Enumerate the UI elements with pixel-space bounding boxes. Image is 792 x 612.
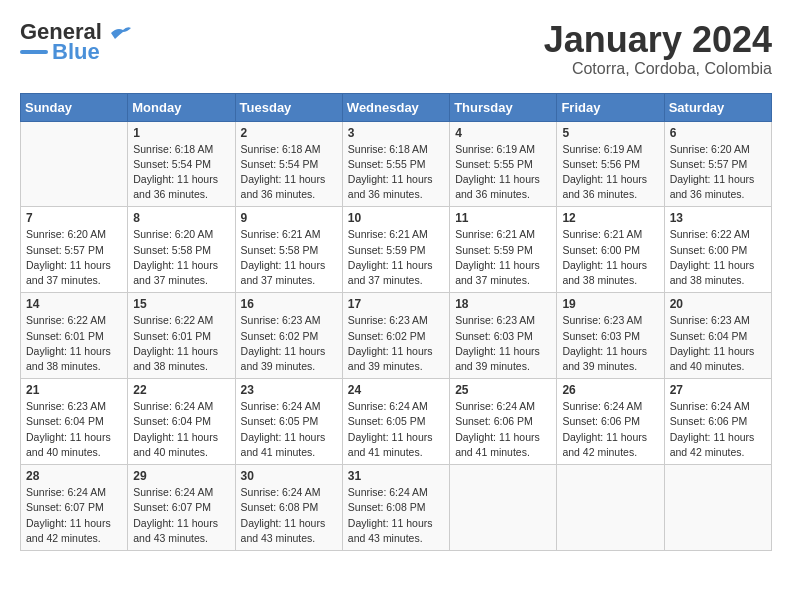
logo: General Blue [20,20,131,64]
day-number: 12 [562,211,658,225]
day-number: 31 [348,469,444,483]
day-info: Sunrise: 6:23 AMSunset: 6:03 PMDaylight:… [562,313,658,374]
calendar-cell: 29Sunrise: 6:24 AMSunset: 6:07 PMDayligh… [128,465,235,551]
logo-blue-text: Blue [52,40,100,64]
day-info: Sunrise: 6:21 AMSunset: 5:59 PMDaylight:… [455,227,551,288]
day-info: Sunrise: 6:24 AMSunset: 6:06 PMDaylight:… [455,399,551,460]
day-info: Sunrise: 6:21 AMSunset: 6:00 PMDaylight:… [562,227,658,288]
calendar-header-row: SundayMondayTuesdayWednesdayThursdayFrid… [21,93,772,121]
calendar-cell: 21Sunrise: 6:23 AMSunset: 6:04 PMDayligh… [21,379,128,465]
location-title: Cotorra, Cordoba, Colombia [544,60,772,78]
calendar-cell: 4Sunrise: 6:19 AMSunset: 5:55 PMDaylight… [450,121,557,207]
calendar-cell: 6Sunrise: 6:20 AMSunset: 5:57 PMDaylight… [664,121,771,207]
calendar-table: SundayMondayTuesdayWednesdayThursdayFrid… [20,93,772,551]
day-number: 16 [241,297,337,311]
header: General Blue January 2024 Cotorra, Cordo… [20,20,772,78]
day-info: Sunrise: 6:20 AMSunset: 5:58 PMDaylight:… [133,227,229,288]
calendar-cell: 31Sunrise: 6:24 AMSunset: 6:08 PMDayligh… [342,465,449,551]
weekday-header-tuesday: Tuesday [235,93,342,121]
day-info: Sunrise: 6:24 AMSunset: 6:08 PMDaylight:… [241,485,337,546]
day-info: Sunrise: 6:21 AMSunset: 5:58 PMDaylight:… [241,227,337,288]
day-info: Sunrise: 6:22 AMSunset: 6:00 PMDaylight:… [670,227,766,288]
day-number: 30 [241,469,337,483]
calendar-week-row: 28Sunrise: 6:24 AMSunset: 6:07 PMDayligh… [21,465,772,551]
calendar-week-row: 1Sunrise: 6:18 AMSunset: 5:54 PMDaylight… [21,121,772,207]
calendar-cell: 2Sunrise: 6:18 AMSunset: 5:54 PMDaylight… [235,121,342,207]
calendar-cell [557,465,664,551]
calendar-week-row: 7Sunrise: 6:20 AMSunset: 5:57 PMDaylight… [21,207,772,293]
calendar-cell: 20Sunrise: 6:23 AMSunset: 6:04 PMDayligh… [664,293,771,379]
calendar-cell: 9Sunrise: 6:21 AMSunset: 5:58 PMDaylight… [235,207,342,293]
day-number: 20 [670,297,766,311]
calendar-cell [450,465,557,551]
day-number: 15 [133,297,229,311]
calendar-week-row: 14Sunrise: 6:22 AMSunset: 6:01 PMDayligh… [21,293,772,379]
day-number: 27 [670,383,766,397]
day-number: 2 [241,126,337,140]
calendar-cell: 16Sunrise: 6:23 AMSunset: 6:02 PMDayligh… [235,293,342,379]
weekday-header-saturday: Saturday [664,93,771,121]
calendar-cell: 3Sunrise: 6:18 AMSunset: 5:55 PMDaylight… [342,121,449,207]
calendar-cell: 24Sunrise: 6:24 AMSunset: 6:05 PMDayligh… [342,379,449,465]
day-info: Sunrise: 6:19 AMSunset: 5:56 PMDaylight:… [562,142,658,203]
calendar-cell: 7Sunrise: 6:20 AMSunset: 5:57 PMDaylight… [21,207,128,293]
day-number: 19 [562,297,658,311]
calendar-cell: 17Sunrise: 6:23 AMSunset: 6:02 PMDayligh… [342,293,449,379]
day-info: Sunrise: 6:22 AMSunset: 6:01 PMDaylight:… [133,313,229,374]
day-info: Sunrise: 6:20 AMSunset: 5:57 PMDaylight:… [26,227,122,288]
weekday-header-friday: Friday [557,93,664,121]
calendar-cell: 25Sunrise: 6:24 AMSunset: 6:06 PMDayligh… [450,379,557,465]
day-number: 10 [348,211,444,225]
calendar-cell: 10Sunrise: 6:21 AMSunset: 5:59 PMDayligh… [342,207,449,293]
calendar-cell: 28Sunrise: 6:24 AMSunset: 6:07 PMDayligh… [21,465,128,551]
calendar-cell: 12Sunrise: 6:21 AMSunset: 6:00 PMDayligh… [557,207,664,293]
day-number: 17 [348,297,444,311]
calendar-cell: 1Sunrise: 6:18 AMSunset: 5:54 PMDaylight… [128,121,235,207]
day-number: 29 [133,469,229,483]
day-number: 4 [455,126,551,140]
calendar-cell: 8Sunrise: 6:20 AMSunset: 5:58 PMDaylight… [128,207,235,293]
day-info: Sunrise: 6:18 AMSunset: 5:54 PMDaylight:… [241,142,337,203]
day-number: 13 [670,211,766,225]
day-info: Sunrise: 6:24 AMSunset: 6:08 PMDaylight:… [348,485,444,546]
day-info: Sunrise: 6:23 AMSunset: 6:04 PMDaylight:… [670,313,766,374]
day-info: Sunrise: 6:23 AMSunset: 6:03 PMDaylight:… [455,313,551,374]
calendar-cell: 18Sunrise: 6:23 AMSunset: 6:03 PMDayligh… [450,293,557,379]
day-info: Sunrise: 6:18 AMSunset: 5:55 PMDaylight:… [348,142,444,203]
month-title: January 2024 [544,20,772,60]
day-number: 7 [26,211,122,225]
day-info: Sunrise: 6:24 AMSunset: 6:06 PMDaylight:… [562,399,658,460]
logo-bird-icon [109,25,131,41]
calendar-week-row: 21Sunrise: 6:23 AMSunset: 6:04 PMDayligh… [21,379,772,465]
calendar-cell: 27Sunrise: 6:24 AMSunset: 6:06 PMDayligh… [664,379,771,465]
day-info: Sunrise: 6:23 AMSunset: 6:04 PMDaylight:… [26,399,122,460]
day-info: Sunrise: 6:21 AMSunset: 5:59 PMDaylight:… [348,227,444,288]
weekday-header-sunday: Sunday [21,93,128,121]
calendar-cell: 30Sunrise: 6:24 AMSunset: 6:08 PMDayligh… [235,465,342,551]
calendar-cell: 15Sunrise: 6:22 AMSunset: 6:01 PMDayligh… [128,293,235,379]
day-info: Sunrise: 6:24 AMSunset: 6:04 PMDaylight:… [133,399,229,460]
day-number: 25 [455,383,551,397]
day-number: 23 [241,383,337,397]
day-info: Sunrise: 6:23 AMSunset: 6:02 PMDaylight:… [241,313,337,374]
calendar-cell: 5Sunrise: 6:19 AMSunset: 5:56 PMDaylight… [557,121,664,207]
weekday-header-monday: Monday [128,93,235,121]
day-number: 3 [348,126,444,140]
calendar-cell: 19Sunrise: 6:23 AMSunset: 6:03 PMDayligh… [557,293,664,379]
day-number: 24 [348,383,444,397]
day-number: 11 [455,211,551,225]
day-info: Sunrise: 6:24 AMSunset: 6:07 PMDaylight:… [133,485,229,546]
calendar-cell: 14Sunrise: 6:22 AMSunset: 6:01 PMDayligh… [21,293,128,379]
day-info: Sunrise: 6:20 AMSunset: 5:57 PMDaylight:… [670,142,766,203]
title-section: January 2024 Cotorra, Cordoba, Colombia [544,20,772,78]
day-number: 14 [26,297,122,311]
calendar-cell [664,465,771,551]
calendar-cell: 13Sunrise: 6:22 AMSunset: 6:00 PMDayligh… [664,207,771,293]
day-info: Sunrise: 6:24 AMSunset: 6:05 PMDaylight:… [241,399,337,460]
calendar-cell: 26Sunrise: 6:24 AMSunset: 6:06 PMDayligh… [557,379,664,465]
calendar-cell [21,121,128,207]
day-info: Sunrise: 6:23 AMSunset: 6:02 PMDaylight:… [348,313,444,374]
day-number: 28 [26,469,122,483]
day-number: 26 [562,383,658,397]
day-number: 5 [562,126,658,140]
